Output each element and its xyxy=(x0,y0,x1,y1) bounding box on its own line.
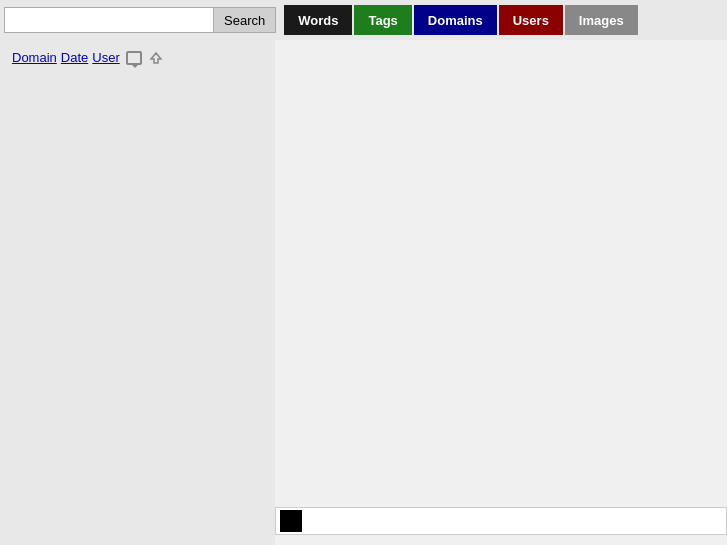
tab-words[interactable]: Words xyxy=(284,5,352,35)
user-filter-link[interactable]: User xyxy=(92,50,119,65)
comment-icon xyxy=(126,51,142,65)
left-panel: Domain Date User xyxy=(0,40,275,545)
upload-icon xyxy=(148,51,164,65)
search-input[interactable] xyxy=(4,7,214,33)
date-filter-link[interactable]: Date xyxy=(61,50,88,65)
bottom-bar xyxy=(275,507,727,535)
search-button[interactable]: Search xyxy=(214,7,276,33)
main-content: Domain Date User xyxy=(0,40,727,545)
tab-images[interactable]: Images xyxy=(565,5,638,35)
tab-domains[interactable]: Domains xyxy=(414,5,497,35)
svg-marker-0 xyxy=(151,53,161,63)
domain-filter-link[interactable]: Domain xyxy=(12,50,57,65)
top-bar: Search Words Tags Domains Users Images xyxy=(0,0,727,40)
tab-tags[interactable]: Tags xyxy=(354,5,411,35)
tab-users[interactable]: Users xyxy=(499,5,563,35)
filter-links: Domain Date User xyxy=(12,50,263,65)
right-panel xyxy=(275,40,727,545)
nav-tabs: Words Tags Domains Users Images xyxy=(284,5,637,35)
bottom-bar-black-square xyxy=(280,510,302,532)
